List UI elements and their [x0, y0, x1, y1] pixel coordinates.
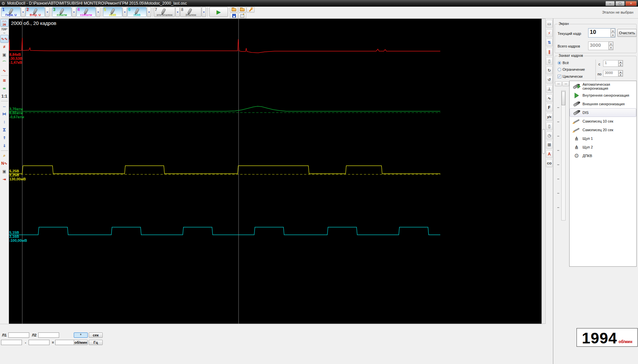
open-file-button[interactable]	[230, 7, 238, 13]
clear-button[interactable]: Очистить	[617, 29, 637, 37]
channel-4-dropdown[interactable]: ▼	[96, 7, 100, 17]
shift-up-button[interactable]: ⇑	[0, 134, 9, 142]
waveform-view-button[interactable]: ∿∿	[0, 35, 9, 43]
spin-down-icon[interactable]: ▼	[611, 33, 615, 37]
result-field[interactable]	[55, 340, 76, 345]
next-frame-button[interactable]: >>	[562, 81, 569, 86]
one-to-one-button[interactable]: 1:1	[0, 92, 9, 100]
sine-wave-button[interactable]: ∿	[0, 67, 9, 75]
frames-counter-button[interactable]: ∩∩ 26	[0, 19, 9, 27]
normalize-wave-button[interactable]: N∿	[0, 159, 9, 167]
channel-button-16v-cyan[interactable]: 6 ±16В	[127, 7, 147, 17]
from-spinner[interactable]: 1 ▲▼	[603, 60, 623, 67]
etalon-button[interactable]: 8 Эталон	[180, 7, 201, 17]
shift-down-button[interactable]: ⇓	[0, 142, 9, 150]
sync-item-dpkv[interactable]: ⚙ ДПКВ	[570, 151, 636, 160]
compress-horizontal-button[interactable]: ⋈	[0, 110, 9, 118]
rpm-mode-button[interactable]: об/мин	[74, 340, 88, 345]
lissajous-loops-button[interactable]: ∞	[0, 84, 9, 92]
channel-button-16atm[interactable]: 3 ±16атм	[52, 7, 71, 17]
sync-item-auto[interactable]: Автоматическая синхронизация	[570, 82, 636, 91]
overlay-waves-button[interactable]: ≋	[0, 76, 9, 84]
sync-item-probe-2[interactable]: ⋔ Щуп 2	[570, 143, 636, 151]
maximize-button[interactable]: ▢	[615, 1, 625, 6]
spin-up-icon[interactable]: ▲	[611, 29, 615, 33]
sync-item-recorder-10[interactable]: Самописец 10 сек	[570, 117, 636, 126]
function-f-button[interactable]: F	[546, 104, 553, 112]
annotate-pen-button[interactable]: A	[546, 150, 553, 158]
settings-button[interactable]	[247, 7, 255, 13]
scrollbar-thumb[interactable]	[542, 129, 545, 154]
oscilloscope-area[interactable]: 2000 об., 20 кадров 8,84кВ -30,53В -1,47…	[9, 19, 542, 324]
channel-8-dropdown[interactable]: ▼	[202, 7, 206, 17]
compress-vertical-button[interactable]: ⋈	[0, 126, 9, 134]
sync-item-internal[interactable]: Внутренняя синхронизация	[570, 91, 636, 100]
spark-test-button[interactable]: ⚡	[546, 29, 553, 37]
frame-slider[interactable]	[561, 90, 566, 221]
arc-protractor-button[interactable]: ⌒	[0, 59, 9, 67]
channel-button-primary-u[interactable]: 1 Перв. U	[1, 7, 21, 17]
channel-7-dropdown[interactable]: ▼	[175, 7, 180, 17]
to-spinner[interactable]: 3000 ▲▼	[603, 70, 623, 77]
cylinder-box-button[interactable]: ▯	[546, 57, 553, 65]
hz-mode-button[interactable]: Гц	[89, 340, 103, 345]
balance-scales-button[interactable]: ⊥	[546, 85, 553, 93]
sync-item-probe-1[interactable]: ⋔ Щуп 1	[570, 134, 636, 143]
capture-limit-radio[interactable]: Ограничение	[558, 67, 585, 71]
cursor1-field[interactable]	[8, 332, 29, 338]
slider-thumb[interactable]	[562, 91, 565, 105]
close-button[interactable]: ×	[625, 1, 637, 6]
snapshot-camera-button[interactable]: ▣	[0, 167, 9, 175]
export-report-button[interactable]: ⇥	[0, 175, 9, 183]
minimize-button[interactable]: –	[605, 1, 615, 6]
rotate-ccw-button[interactable]: ↺	[546, 76, 553, 84]
table-grid-button[interactable]: ⊞	[546, 141, 553, 149]
lock-scale-button[interactable]: ▣	[0, 51, 9, 59]
prev-frame-button[interactable]: <<	[555, 81, 562, 86]
battery-button[interactable]: ▯	[546, 122, 553, 130]
new-screen-button[interactable]	[238, 13, 246, 19]
make-etalon-button[interactable]: 7 это эталон	[154, 7, 175, 17]
screen-settings-button[interactable]: ▭	[546, 20, 553, 28]
channel-3-dropdown[interactable]: ▼	[72, 7, 76, 17]
channel-1-dropdown[interactable]: ▼	[21, 7, 25, 17]
spin-up-icon[interactable]: ▲	[609, 42, 613, 46]
channel-6-dropdown[interactable]: ▼	[147, 7, 151, 17]
save-button[interactable]	[230, 13, 238, 19]
sync-item-recorder-20[interactable]: Самописец 20 сек	[570, 126, 636, 134]
zoom-tool-button[interactable]: ⌕	[0, 151, 9, 159]
scope-vertical-scrollbar[interactable]	[542, 19, 546, 324]
sync-settings-button[interactable]: ⇅	[546, 39, 553, 46]
current-frame-spinner[interactable]: 10 ▲▼	[588, 28, 615, 38]
cursor-markers-button[interactable]: ∥	[546, 48, 553, 56]
expand-vertical-button[interactable]: ↕	[0, 118, 9, 126]
y-over-x-button[interactable]: y/x	[546, 113, 553, 121]
sync-item-dis[interactable]: DIS	[570, 108, 636, 117]
delta2-field[interactable]	[29, 340, 50, 345]
degrees-720-button[interactable]: 720° ↔	[0, 27, 9, 35]
spin-up-icon[interactable]: ▲	[618, 70, 623, 73]
rotate-cw-button[interactable]: ↻	[546, 66, 553, 74]
sync-item-external[interactable]: Внешняя синхронизация	[570, 100, 636, 108]
spin-down-icon[interactable]: ▼	[618, 63, 623, 66]
channel-button-100atm[interactable]: 4 ±100атм	[76, 7, 96, 17]
channel-2-dropdown[interactable]: ▼	[45, 7, 50, 17]
co-gas-button[interactable]: CO	[546, 159, 553, 167]
trigger-marks-button[interactable]: ≠	[0, 43, 9, 51]
probe-signal-button[interactable]: ∿	[546, 94, 553, 102]
start-capture-button[interactable]: ▶	[209, 7, 228, 17]
cyclic-checkbox[interactable]: ✓ Циклически	[558, 74, 583, 78]
delta1-field[interactable]	[1, 340, 22, 345]
spin-down-icon[interactable]: ▼	[609, 46, 613, 50]
channel-button-secondary-u[interactable]: 2 Втор. U	[26, 7, 45, 17]
channel-5-dropdown[interactable]: ▼	[123, 7, 127, 17]
spin-down-icon[interactable]: ▼	[618, 73, 623, 76]
degrees-button[interactable]: °	[74, 332, 88, 338]
capture-all-radio[interactable]: Всё	[558, 61, 569, 65]
channel-button-16v-yellow[interactable]: 5 ±16В	[103, 7, 122, 17]
open-etalon-button[interactable]	[238, 7, 246, 13]
seconds-button[interactable]: сек	[89, 332, 103, 338]
cursor2-field[interactable]	[38, 332, 59, 338]
expand-horizontal-button[interactable]: ↔	[0, 102, 9, 110]
clock-button[interactable]: ◷	[546, 132, 553, 139]
